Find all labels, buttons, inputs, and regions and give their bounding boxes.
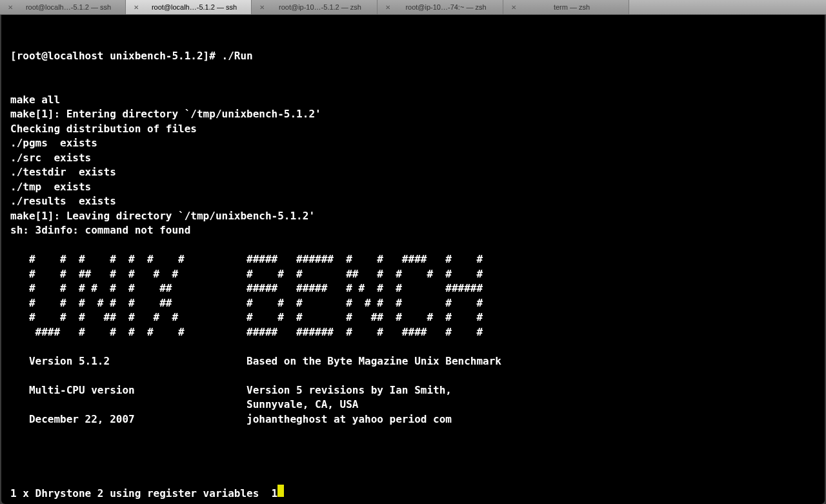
- terminal-output: make allmake[1]: Entering directory `/tm…: [10, 93, 816, 456]
- terminal-line: ./pgms exists: [10, 136, 816, 151]
- tab-bar: ✕root@localh…-5.1.2 — ssh✕root@localh…-5…: [0, 0, 826, 15]
- tab-label: root@ip-10…-5.1.2 — zsh: [270, 3, 370, 11]
- terminal-line: Sunnyvale, CA, USA: [10, 398, 816, 412]
- terminal-line: ./src exists: [10, 151, 816, 166]
- terminal-line: make[1]: Entering directory `/tmp/unixbe…: [10, 107, 816, 122]
- terminal-line: # # # # # # ## # # # # # # # # #: [10, 296, 816, 311]
- tab-0[interactable]: ✕root@localh…-5.1.2 — ssh: [0, 0, 126, 14]
- tab-label: root@localh…-5.1.2 — ssh: [144, 3, 245, 11]
- close-icon[interactable]: ✕: [258, 3, 266, 11]
- terminal-line: #### # # # # # ##### ###### # # #### # #: [10, 325, 816, 340]
- terminal-line: Version 5.1.2 Based on the Byte Magazine…: [10, 354, 816, 369]
- terminal-line: [10, 441, 816, 456]
- terminal-line: # # # # # # # ##### ###### # # #### # #: [10, 252, 816, 267]
- terminal-line: ./tmp exists: [10, 180, 816, 195]
- terminal-line: [10, 368, 816, 383]
- close-icon[interactable]: ✕: [510, 3, 518, 11]
- prompt-line: [root@localhost unixbench-5.1.2]# ./Run: [10, 49, 816, 64]
- terminal-line: Multi-CPU version Version 5 revisions by…: [10, 383, 816, 398]
- close-icon[interactable]: ✕: [132, 3, 140, 11]
- terminal-line: make all: [10, 93, 816, 108]
- tab-label: root@ip-10…-74:~ — zsh: [396, 3, 496, 11]
- terminal-line: ./results exists: [10, 194, 816, 209]
- terminal-line: Checking distribution of files: [10, 122, 816, 137]
- tab-label: root@localh…-5.1.2 — ssh: [18, 3, 119, 11]
- tab-1[interactable]: ✕root@localh…-5.1.2 — ssh: [126, 0, 252, 14]
- close-icon[interactable]: ✕: [6, 3, 14, 11]
- terminal-running-line: 1 x Dhrystone 2 using register variables…: [10, 485, 816, 501]
- tab-label: term — zsh: [521, 3, 622, 11]
- running-text: 1 x Dhrystone 2 using register variables…: [10, 487, 277, 501]
- close-icon[interactable]: ✕: [384, 3, 392, 11]
- cursor-block: [277, 485, 284, 497]
- terminal-line: # # # # # # ## ##### ##### # # # # #####…: [10, 281, 816, 296]
- terminal-line: make[1]: Leaving directory `/tmp/unixben…: [10, 209, 816, 224]
- tab-2[interactable]: ✕root@ip-10…-5.1.2 — zsh: [252, 0, 378, 14]
- tab-3[interactable]: ✕root@ip-10…-74:~ — zsh: [378, 0, 503, 14]
- terminal-line: [10, 238, 816, 253]
- terminal-window[interactable]: [root@localhost unixbench-5.1.2]# ./Run …: [1, 15, 825, 504]
- terminal-line: [10, 339, 816, 354]
- tab-4[interactable]: ✕term — zsh: [503, 0, 629, 14]
- terminal-line: # # # ## # # # # # # # ## # # # #: [10, 310, 816, 325]
- terminal-line: sh: 3dinfo: command not found: [10, 223, 816, 238]
- terminal-line: # # ## # # # # # # # ## # # # # #: [10, 267, 816, 282]
- terminal-line: December 22, 2007 johantheghost at yahoo…: [10, 412, 816, 427]
- terminal-line: ./testdir exists: [10, 165, 816, 180]
- terminal-line: [10, 427, 816, 441]
